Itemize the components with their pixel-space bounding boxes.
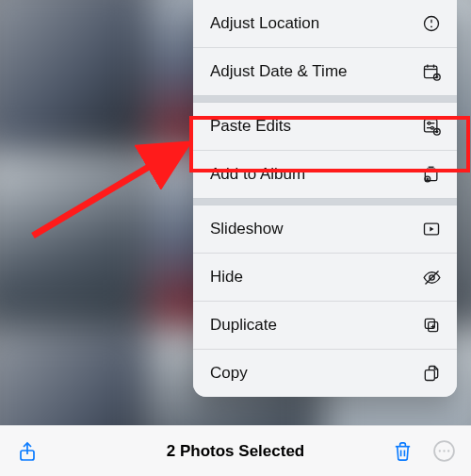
menu-item-add-to-album[interactable]: Add to Album: [193, 150, 457, 198]
copy-icon: [421, 363, 442, 384]
svg-point-14: [431, 126, 434, 129]
sliders-download-icon: [421, 116, 442, 137]
menu-item-label: Slideshow: [210, 220, 284, 238]
menu-item-adjust-location[interactable]: Adjust Location: [193, 0, 457, 47]
toolbar-title: 2 Photos Selected: [167, 442, 304, 461]
menu-item-adjust-date-time[interactable]: Adjust Date & Time: [193, 47, 457, 95]
menu-item-slideshow[interactable]: Slideshow: [193, 205, 457, 253]
eye-off-icon: [421, 267, 442, 287]
menu-item-label: Paste Edits: [210, 117, 291, 136]
menu-item-label: Copy: [210, 364, 248, 383]
menu-item-label: Duplicate: [210, 316, 277, 335]
menu-item-duplicate[interactable]: Duplicate: [193, 301, 457, 349]
calendar-add-icon: [421, 61, 442, 82]
svg-rect-27: [425, 370, 434, 381]
menu-item-label: Hide: [210, 268, 243, 287]
bottom-toolbar: 2 Photos Selected: [0, 425, 471, 476]
menu-separator: [193, 95, 457, 103]
menu-item-copy[interactable]: Copy: [193, 349, 457, 397]
trash-button[interactable]: [388, 437, 416, 466]
svg-point-34: [443, 450, 445, 451]
svg-line-22: [425, 271, 438, 284]
context-menu: Adjust Location Adjust Date & Time Paste…: [193, 0, 457, 397]
svg-point-12: [428, 122, 430, 124]
menu-separator: [193, 198, 457, 205]
duplicate-icon: [421, 315, 442, 336]
menu-item-hide[interactable]: Hide: [193, 253, 457, 301]
svg-point-2: [430, 25, 432, 27]
album-add-icon: [421, 164, 442, 185]
menu-item-label: Add to Album: [210, 165, 305, 184]
info-icon: [421, 13, 442, 34]
menu-item-label: Adjust Location: [210, 14, 319, 33]
svg-rect-3: [425, 66, 437, 78]
svg-point-35: [447, 450, 449, 451]
share-button[interactable]: [13, 437, 41, 466]
menu-item-paste-edits[interactable]: Paste Edits: [193, 103, 457, 150]
svg-point-33: [438, 450, 440, 451]
menu-item-label: Adjust Date & Time: [210, 62, 348, 81]
more-button[interactable]: [430, 437, 458, 466]
svg-point-0: [425, 17, 439, 31]
play-rect-icon: [421, 219, 442, 239]
